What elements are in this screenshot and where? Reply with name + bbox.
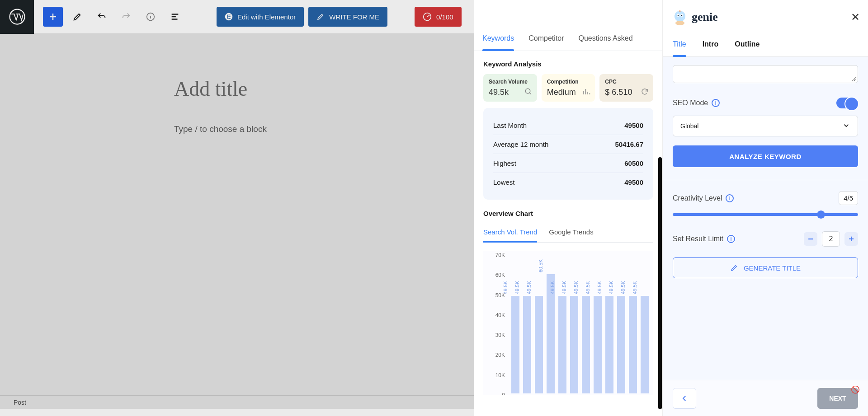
outline-icon[interactable]	[165, 7, 185, 27]
tab-outline[interactable]: Outline	[735, 34, 760, 56]
analyze-keyword-button[interactable]: ANALYZE KEYWORD	[673, 145, 858, 167]
write-for-me-button[interactable]: WRITE FOR ME	[308, 7, 387, 27]
creativity-slider[interactable]	[673, 213, 858, 216]
y-tick: 70K	[495, 252, 505, 258]
svg-point-9	[675, 21, 684, 25]
svg-point-7	[678, 14, 679, 16]
genie-panel: genie ✕ Title Intro Outline SEO Modei Gl…	[662, 0, 868, 416]
info-icon[interactable]: i	[726, 194, 734, 202]
close-button[interactable]: ✕	[851, 11, 860, 23]
bar-label: 49.5K	[609, 281, 614, 296]
result-limit-stepper: − 2 +	[804, 231, 858, 247]
stat-row: Average 12 month50416.67	[493, 135, 643, 154]
genie-logo: genie	[671, 8, 718, 26]
y-tick: 10K	[495, 372, 505, 379]
panel-scrollbar[interactable]	[658, 157, 662, 409]
bar-label: 49.5K	[585, 281, 590, 296]
tab-competitor[interactable]: Competitor	[528, 28, 564, 51]
kpi-cpc-label: CPC	[605, 79, 648, 85]
chart-bar: 49.5K	[617, 296, 625, 393]
creativity-label: Creativity Leveli	[673, 194, 734, 202]
kpi-volume-label: Search Volume	[489, 79, 532, 85]
undo-button[interactable]	[92, 7, 112, 27]
chart-bar: 49.5K	[641, 296, 649, 393]
stats-card: Last Month49500 Average 12 month50416.67…	[483, 108, 653, 200]
y-tick: 20K	[495, 352, 505, 358]
tab-questions[interactable]: Questions Asked	[579, 28, 633, 51]
bar-label: 49.5K	[561, 281, 567, 296]
overview-chart-heading: Overview Chart	[483, 210, 653, 217]
creativity-value: 4/5	[839, 191, 858, 205]
chart-bar: 49.5K	[629, 296, 637, 393]
editor-footer: Post	[0, 395, 474, 409]
wordpress-logo[interactable]	[0, 0, 34, 34]
info-icon[interactable]: i	[712, 99, 720, 107]
stat-row: Last Month49500	[493, 116, 643, 135]
chart-bar: 49.5K	[605, 296, 613, 393]
prev-button[interactable]	[673, 388, 696, 409]
bar-label: 49.5K	[526, 281, 532, 296]
result-limit-label: Set Result Limiti	[673, 235, 735, 243]
seo-mode-toggle[interactable]	[836, 98, 858, 108]
next-button[interactable]: NEXT 🚫	[817, 388, 858, 409]
svg-point-4	[675, 11, 685, 22]
write-label: WRITE FOR ME	[329, 13, 379, 21]
generate-title-button[interactable]: GENERATE TITLE	[673, 257, 858, 278]
post-title-input[interactable]: Add title	[174, 77, 247, 101]
y-tick: 60K	[495, 272, 505, 278]
bar-label: 49.5K	[573, 281, 579, 296]
chart-tab-search-vol[interactable]: Search Vol. Trend	[483, 224, 537, 242]
chart-bar: 49.5K	[511, 296, 519, 393]
keyword-textarea[interactable]	[673, 65, 858, 83]
y-tick: 30K	[495, 332, 505, 338]
keyword-panel: Keywords Competitor Questions Asked Keyw…	[474, 0, 662, 416]
kpi-competition: Competition Medium	[542, 74, 595, 102]
chevron-down-icon	[842, 122, 850, 131]
editor-area: Add title Type / to choose a block Post	[0, 34, 474, 409]
redo-button[interactable]	[116, 7, 136, 27]
kpi-comp-label: Competition	[547, 79, 590, 85]
kpi-search-volume: Search Volume 49.5k	[483, 74, 537, 102]
increment-button[interactable]: +	[844, 232, 858, 246]
next-label: NEXT	[829, 395, 846, 402]
seo-mode-label: SEO Modei	[673, 99, 720, 107]
elementor-label: Edit with Elementor	[237, 13, 296, 21]
chart-tab-google-trends[interactable]: Google Trends	[549, 224, 593, 242]
bar-label: 49.5K	[632, 281, 637, 296]
info-icon[interactable]: i	[727, 235, 735, 243]
post-type-label: Post	[14, 399, 26, 406]
stat-row: Lowest49500	[493, 173, 643, 192]
stat-row: Highest60500	[493, 154, 643, 173]
seo-score-badge[interactable]: 0/100	[415, 7, 462, 27]
keyword-analysis-heading: Keyword Analysis	[483, 60, 653, 68]
edit-icon[interactable]	[67, 7, 87, 27]
chart-bar: 49.5K	[558, 296, 566, 393]
wp-toolbar: Edit with Elementor WRITE FOR ME 0/100	[0, 0, 474, 34]
edit-with-elementor-button[interactable]: Edit with Elementor	[217, 7, 304, 27]
genie-brand-text: genie	[692, 10, 718, 24]
country-select[interactable]: Global	[673, 116, 858, 136]
stat-label: Lowest	[493, 178, 515, 186]
stat-label: Last Month	[493, 122, 527, 129]
decrement-button[interactable]: −	[804, 232, 817, 246]
result-limit-value[interactable]: 2	[822, 231, 840, 247]
tab-title[interactable]: Title	[673, 34, 686, 56]
kpi-cpc: CPC $ 6.510	[599, 74, 653, 102]
chart-bar: 49.5K	[594, 296, 602, 393]
stat-value: 49500	[624, 122, 643, 129]
generate-label: GENERATE TITLE	[744, 264, 801, 272]
stat-value: 50416.67	[615, 140, 643, 148]
tab-intro[interactable]: Intro	[703, 34, 719, 56]
genie-mascot-icon	[671, 8, 689, 26]
tab-keywords[interactable]: Keywords	[482, 28, 514, 51]
bar-label: 49.5K	[514, 281, 520, 296]
stat-value: 49500	[624, 178, 643, 186]
info-icon[interactable]	[141, 7, 160, 27]
bars-icon	[582, 88, 590, 97]
bar-label: 49.5K	[620, 281, 626, 296]
add-block-button[interactable]	[43, 7, 63, 27]
score-value: 0/100	[436, 13, 453, 21]
block-body-hint[interactable]: Type / to choose a block	[174, 124, 267, 134]
chart-bar: 49.5K	[570, 296, 578, 393]
svg-point-8	[681, 14, 683, 16]
